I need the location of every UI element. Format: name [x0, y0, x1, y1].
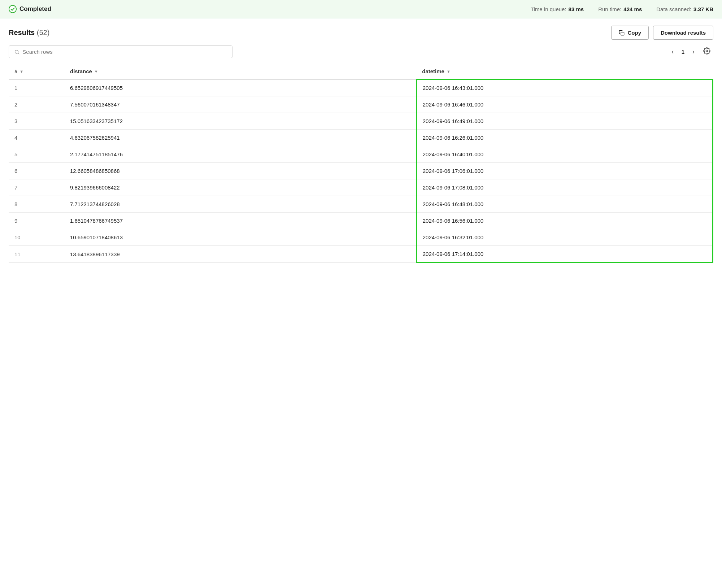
table-row: 7 9.821939666008422 2024-09-06 17:08:01.…	[9, 179, 713, 196]
cell-num: 11	[9, 246, 64, 263]
cell-distance: 10.659010718408613	[64, 229, 416, 246]
main-content: Results (52) Copy Download results	[0, 18, 722, 270]
time-in-queue-value: 83 ms	[569, 6, 584, 12]
cell-datetime: 2024-09-06 16:32:01.000	[416, 229, 713, 246]
sort-icon-distance: ▼	[94, 69, 98, 74]
cell-num: 3	[9, 113, 64, 130]
gear-icon	[703, 47, 710, 55]
cell-datetime: 2024-09-06 16:56:01.000	[416, 213, 713, 229]
cell-num: 1	[9, 79, 64, 96]
cell-distance: 1.6510478766749537	[64, 213, 416, 229]
pagination-wrap: ‹ 1 ›	[669, 46, 713, 58]
cell-num: 10	[9, 229, 64, 246]
download-results-button[interactable]: Download results	[653, 26, 713, 40]
copy-button[interactable]: Copy	[611, 26, 649, 40]
table-row: 2 7.560070161348347 2024-09-06 16:46:01.…	[9, 96, 713, 113]
cell-datetime: 2024-09-06 16:46:01.000	[416, 96, 713, 113]
cell-datetime: 2024-09-06 16:48:01.000	[416, 196, 713, 213]
table-row: 10 10.659010718408613 2024-09-06 16:32:0…	[9, 229, 713, 246]
cell-datetime: 2024-09-06 16:40:01.000	[416, 146, 713, 163]
cell-distance: 13.64183896117339	[64, 246, 416, 263]
cell-num: 8	[9, 196, 64, 213]
cell-distance: 7.712213744826028	[64, 196, 416, 213]
cell-num: 5	[9, 146, 64, 163]
data-scanned-value: 3.37 KB	[693, 6, 713, 12]
results-title: Results (52)	[9, 29, 49, 37]
status-completed: Completed	[9, 5, 51, 13]
svg-line-3	[18, 53, 19, 54]
cell-datetime: 2024-09-06 17:06:01.000	[416, 163, 713, 179]
table-row: 4 4.632067582625941 2024-09-06 16:26:01.…	[9, 130, 713, 146]
col-header-num[interactable]: # ▼	[9, 64, 64, 79]
svg-point-4	[706, 50, 708, 52]
run-time: Run time: 424 ms	[598, 6, 642, 12]
cell-datetime: 2024-09-06 16:43:01.000	[416, 79, 713, 96]
copy-icon	[619, 30, 625, 36]
table-row: 9 1.6510478766749537 2024-09-06 16:56:01…	[9, 213, 713, 229]
svg-point-0	[9, 5, 16, 13]
sort-icon-num: ▼	[19, 69, 23, 74]
prev-page-button[interactable]: ‹	[669, 47, 677, 57]
run-time-value: 424 ms	[623, 6, 642, 12]
table-body: 1 6.6529806917449505 2024-09-06 16:43:01…	[9, 79, 713, 263]
cell-distance: 12.66058486850868	[64, 163, 416, 179]
cell-num: 2	[9, 96, 64, 113]
results-count: (52)	[37, 29, 50, 36]
cell-datetime: 2024-09-06 17:08:01.000	[416, 179, 713, 196]
table-header: # ▼ distance ▼ datetime ▼	[9, 64, 713, 79]
cell-num: 7	[9, 179, 64, 196]
cell-num: 4	[9, 130, 64, 146]
status-meta: Time in queue: 83 ms Run time: 424 ms Da…	[531, 6, 713, 12]
svg-point-2	[15, 50, 18, 53]
time-in-queue-label: Time in queue:	[531, 6, 566, 12]
search-input-wrap[interactable]	[9, 45, 232, 58]
col-header-datetime[interactable]: datetime ▼	[416, 64, 713, 79]
next-page-button[interactable]: ›	[690, 47, 697, 57]
sort-icon-datetime: ▼	[447, 69, 451, 74]
data-scanned: Data scanned: 3.37 KB	[656, 6, 713, 12]
table-settings-button[interactable]	[700, 46, 713, 58]
table-row: 11 13.64183896117339 2024-09-06 17:14:01…	[9, 246, 713, 263]
table-row: 3 15.051633423735172 2024-09-06 16:49:01…	[9, 113, 713, 130]
results-header: Results (52) Copy Download results	[9, 26, 713, 40]
cell-distance: 9.821939666008422	[64, 179, 416, 196]
table-row: 8 7.712213744826028 2024-09-06 16:48:01.…	[9, 196, 713, 213]
status-bar: Completed Time in queue: 83 ms Run time:…	[0, 0, 722, 18]
data-scanned-label: Data scanned:	[656, 6, 691, 12]
cell-distance: 7.560070161348347	[64, 96, 416, 113]
cell-distance: 2.1774147511851476	[64, 146, 416, 163]
check-circle-icon	[9, 5, 17, 13]
cell-distance: 15.051633423735172	[64, 113, 416, 130]
cell-distance: 6.6529806917449505	[64, 79, 416, 96]
results-actions: Copy Download results	[611, 26, 713, 40]
cell-num: 9	[9, 213, 64, 229]
table-row: 6 12.66058486850868 2024-09-06 17:06:01.…	[9, 163, 713, 179]
search-input[interactable]	[22, 49, 227, 55]
cell-num: 6	[9, 163, 64, 179]
run-time-label: Run time:	[598, 6, 621, 12]
table-row: 1 6.6529806917449505 2024-09-06 16:43:01…	[9, 79, 713, 96]
cell-datetime: 2024-09-06 16:49:01.000	[416, 113, 713, 130]
cell-distance: 4.632067582625941	[64, 130, 416, 146]
search-bar-row: ‹ 1 ›	[9, 45, 713, 58]
time-in-queue: Time in queue: 83 ms	[531, 6, 584, 12]
cell-datetime: 2024-09-06 17:14:01.000	[416, 246, 713, 263]
table-row: 5 2.1774147511851476 2024-09-06 16:40:01…	[9, 146, 713, 163]
status-label: Completed	[19, 5, 51, 13]
svg-rect-1	[621, 32, 624, 35]
col-header-distance[interactable]: distance ▼	[64, 64, 416, 79]
cell-datetime: 2024-09-06 16:26:01.000	[416, 130, 713, 146]
search-icon	[14, 49, 19, 55]
page-number: 1	[679, 49, 687, 55]
results-table: # ▼ distance ▼ datetime ▼	[9, 64, 713, 263]
